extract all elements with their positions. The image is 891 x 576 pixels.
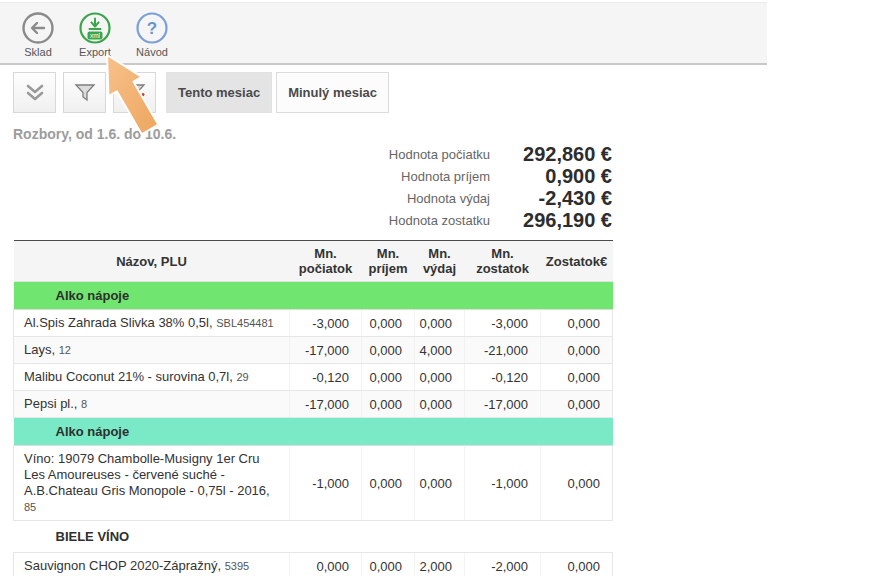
sklad-button[interactable]: Sklad [12, 11, 64, 58]
svg-text:xml: xml [90, 32, 101, 39]
main-toolbar: Sklad xml Export ? Návod [0, 2, 767, 65]
col-mn-vydaj: Mn. výdaj [415, 241, 465, 282]
product-value: -21,000 [465, 337, 541, 364]
product-value: -0,120 [465, 364, 541, 391]
table-header-row: Názov, PLU Mn. počiatok Mn. príjem Mn. v… [14, 241, 613, 282]
product-name: Malibu Coconut 21% - surovina 0,7l, [24, 369, 236, 384]
stock-table: Názov, PLU Mn. počiatok Mn. príjem Mn. v… [13, 240, 613, 576]
collapse-button[interactable] [13, 72, 56, 113]
product-value: 0,000 [415, 391, 465, 418]
navod-button[interactable]: ? Návod [126, 11, 178, 58]
back-arrow-icon [21, 11, 55, 45]
summary-label: Hodnota počiatku [389, 147, 490, 162]
filter-icon [73, 81, 97, 105]
product-value: 0,000 [362, 553, 415, 576]
svg-text:?: ? [147, 19, 157, 38]
product-plu: 85 [24, 501, 36, 513]
subcategory-label: BIELE VÍNO [56, 529, 130, 544]
col-zostatok-eur: Zostatok€ [541, 241, 613, 282]
product-value: 0,000 [541, 310, 613, 337]
table-row: Lays, 12 -17,000 0,000 4,000 -21,000 0,0… [14, 337, 613, 364]
summary-block: Hodnota počiatku 292,860 € Hodnota príje… [280, 143, 612, 231]
product-plu: 8 [81, 398, 87, 410]
product-value: 0,000 [362, 364, 415, 391]
summary-row: Hodnota výdaj -2,430 € [280, 187, 612, 209]
summary-row: Hodnota zostatku 296,190 € [280, 209, 612, 231]
category-row: Alko nápoje [14, 282, 613, 310]
product-value: -1,000 [465, 446, 541, 521]
summary-value: -2,430 € [490, 187, 612, 210]
product-value: 0,000 [290, 553, 362, 576]
category-label: Alko nápoje [56, 288, 130, 303]
product-value: 0,000 [415, 310, 465, 337]
col-mn-prijem: Mn. príjem [362, 241, 415, 282]
product-name: Víno: 19079 Chambolle-Musigny 1er Cru Le… [24, 451, 270, 498]
product-plu: 29 [236, 371, 248, 383]
product-value: 0,000 [362, 310, 415, 337]
product-value: -17,000 [290, 337, 362, 364]
subcategory-row: BIELE VÍNO [14, 521, 613, 553]
filter-clear-icon [123, 81, 147, 105]
product-value: -0,120 [290, 364, 362, 391]
summary-label: Hodnota príjem [401, 169, 490, 184]
product-value: 0,000 [541, 553, 613, 576]
table-row: Al.Spis Zahrada Slivka 38% 0,5l, SBL4544… [14, 310, 613, 337]
table-row: Víno: 19079 Chambolle-Musigny 1er Cru Le… [14, 446, 613, 521]
sklad-label: Sklad [24, 46, 52, 58]
double-chevron-down-icon [23, 81, 47, 105]
product-plu: 5395 [225, 560, 249, 572]
filter-button[interactable] [63, 72, 106, 113]
product-value: 0,000 [362, 391, 415, 418]
product-name: Lays, [24, 342, 59, 357]
navod-label: Návod [136, 46, 168, 58]
summary-row: Hodnota príjem 0,900 € [280, 165, 612, 187]
summary-label: Hodnota výdaj [407, 191, 490, 206]
filter-bar: Tento mesiac Minulý mesiac [13, 72, 389, 113]
product-value: -17,000 [465, 391, 541, 418]
col-nazov-plu: Názov, PLU [14, 241, 290, 282]
product-value: -2,000 [465, 553, 541, 576]
table-row: Pepsi pl., 8 -17,000 0,000 0,000 -17,000… [14, 391, 613, 418]
col-mn-zostatok: Mn. zostatok [465, 241, 541, 282]
product-name: Pepsi pl., [24, 396, 81, 411]
this-month-button[interactable]: Tento mesiac [166, 72, 272, 113]
product-value: 0,000 [362, 337, 415, 364]
product-name: Sauvignon CHOP 2020-Zápražný, [24, 558, 225, 573]
summary-label: Hodnota zostatku [389, 213, 490, 228]
summary-value: 296,190 € [490, 209, 612, 232]
export-xml-icon: xml [78, 11, 112, 45]
product-value: -3,000 [290, 310, 362, 337]
help-icon: ? [135, 11, 169, 45]
stock-table-body: Alko nápoje Al.Spis Zahrada Slivka 38% 0… [14, 282, 613, 576]
product-value: 0,000 [415, 446, 465, 521]
product-value: -17,000 [290, 391, 362, 418]
category-row: Alko nápoje [14, 418, 613, 446]
product-value: 0,000 [541, 337, 613, 364]
summary-value: 292,860 € [490, 143, 612, 166]
last-month-button[interactable]: Minulý mesiac [276, 72, 389, 113]
product-value: 0,000 [362, 446, 415, 521]
export-label: Export [79, 46, 111, 58]
table-row: Sauvignon CHOP 2020-Zápražný, 5395 0,000… [14, 553, 613, 576]
product-plu: 12 [59, 344, 71, 356]
product-value: 4,000 [415, 337, 465, 364]
summary-value: 0,900 € [490, 165, 612, 188]
product-value: 0,000 [541, 391, 613, 418]
product-value: 0,000 [415, 364, 465, 391]
report-title: Rozbory, od 1.6. do 10.6. [13, 126, 176, 142]
table-row: Malibu Coconut 21% - surovina 0,7l, 29 -… [14, 364, 613, 391]
product-name: Al.Spis Zahrada Slivka 38% 0,5l, [24, 315, 216, 330]
filter-clear-button[interactable] [113, 72, 156, 113]
product-value: 0,000 [541, 446, 613, 521]
summary-row: Hodnota počiatku 292,860 € [280, 143, 612, 165]
product-value: 2,000 [415, 553, 465, 576]
product-value: -1,000 [290, 446, 362, 521]
product-value: 0,000 [541, 364, 613, 391]
product-plu: SBL454481 [216, 317, 274, 329]
category-label: Alko nápoje [56, 424, 130, 439]
product-value: -3,000 [465, 310, 541, 337]
export-button[interactable]: xml Export [69, 11, 121, 58]
col-mn-pociatok: Mn. počiatok [290, 241, 362, 282]
